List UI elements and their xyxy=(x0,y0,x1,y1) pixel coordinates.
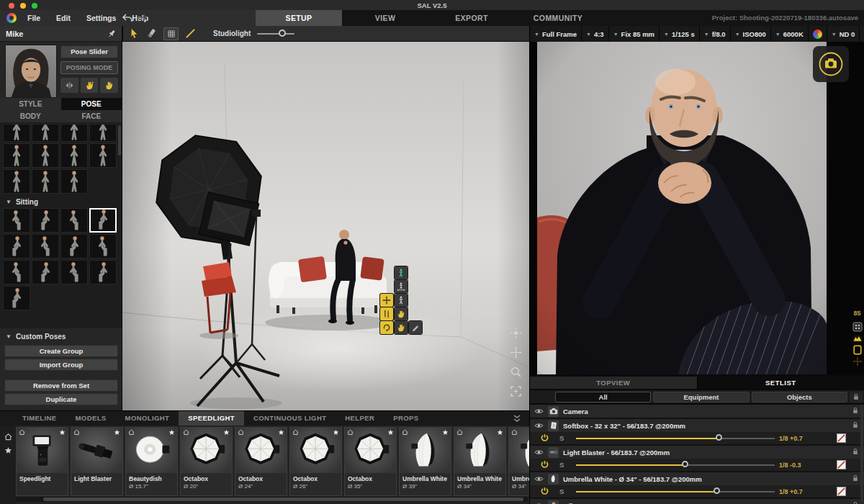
power-slider-knob[interactable] xyxy=(682,461,688,467)
tab-community[interactable]: COMMUNITY xyxy=(515,10,601,26)
star-icon[interactable] xyxy=(59,429,66,436)
tab-helper[interactable]: HELPER xyxy=(336,411,384,426)
lock-icon[interactable] xyxy=(852,474,860,483)
custom-poses-header[interactable]: ▼ Custom Poses xyxy=(0,330,122,343)
pose-thumbnail[interactable] xyxy=(32,234,59,258)
pose-thumbnail[interactable] xyxy=(89,234,117,258)
equipment-card-octabox[interactable]: OctaboxØ 26" xyxy=(289,427,342,496)
camera-setting-iso800[interactable]: ▼ISO800 xyxy=(731,26,771,42)
star-icon[interactable] xyxy=(387,429,394,436)
pose-thumbnail[interactable] xyxy=(3,286,30,310)
home-icon[interactable] xyxy=(292,429,299,436)
home-icon[interactable] xyxy=(511,429,518,436)
tab-monolight[interactable]: MONOLIGHT xyxy=(116,411,179,426)
model-avatar[interactable] xyxy=(5,45,57,98)
home-icon[interactable] xyxy=(19,429,25,436)
tab-view[interactable]: VIEW xyxy=(342,10,428,26)
camera-setting-6000k[interactable]: ▼6000K xyxy=(771,26,809,42)
home-icon[interactable] xyxy=(347,429,354,436)
menu-settings[interactable]: Settings xyxy=(78,10,124,26)
histogram-icon[interactable] xyxy=(852,333,863,343)
orbit-icon[interactable] xyxy=(510,327,522,339)
home-icon[interactable] xyxy=(128,429,135,436)
home-icon[interactable] xyxy=(238,429,244,436)
power-icon[interactable] xyxy=(540,460,549,469)
pose-thumbnail[interactable] xyxy=(3,260,30,284)
power-slider-knob[interactable] xyxy=(716,434,722,441)
posing-mode-button[interactable]: POSING MODE xyxy=(60,61,118,74)
equipment-scrollbar[interactable] xyxy=(16,497,528,502)
pose-thumbnail[interactable] xyxy=(32,260,59,284)
take-photo-button[interactable] xyxy=(813,46,849,82)
filter-equipment[interactable]: Equipment xyxy=(653,392,749,402)
equipment-card-octabox[interactable]: OctaboxØ 35" xyxy=(344,427,397,496)
duplicate-button[interactable]: Duplicate xyxy=(4,393,118,405)
figure-gizmo-icon[interactable] xyxy=(395,266,408,279)
studio-viewport[interactable] xyxy=(122,42,529,410)
pose-thumbnail[interactable] xyxy=(60,124,88,142)
sitting-section-header[interactable]: ▼ Sitting xyxy=(0,195,122,208)
filter-all[interactable]: All xyxy=(555,392,651,402)
camera-setting-4-3[interactable]: ▼4:3 xyxy=(582,26,609,42)
studiolight-slider-knob[interactable] xyxy=(279,30,286,37)
star-icon[interactable] xyxy=(4,446,12,454)
mirror-icon[interactable] xyxy=(60,78,78,93)
power-slider[interactable] xyxy=(576,438,775,439)
equipment-card-umbrella-white[interactable]: Umbrella WhiteØ 39" xyxy=(399,427,451,496)
remove-from-set-button[interactable]: Remove from Set xyxy=(4,379,118,392)
menu-file[interactable]: File xyxy=(19,10,48,26)
pose-thumbnail[interactable] xyxy=(89,143,117,168)
gel-filter-icon[interactable] xyxy=(837,460,846,469)
tab-style[interactable]: STYLE xyxy=(0,98,61,110)
import-group-button[interactable]: Import Group xyxy=(4,359,118,371)
eye-visibility-icon[interactable] xyxy=(534,476,544,482)
slave-mode-label[interactable]: S xyxy=(559,487,564,495)
eye-visibility-icon[interactable] xyxy=(534,423,544,429)
pose-thumbnail[interactable] xyxy=(3,124,30,142)
pose-thumbnail[interactable] xyxy=(3,143,30,168)
pan-icon[interactable] xyxy=(510,346,522,359)
power-slider-knob[interactable] xyxy=(714,487,720,494)
lock-icon[interactable] xyxy=(852,501,860,504)
camera-setting-full-frame[interactable]: ▼Full Frame xyxy=(530,26,582,42)
setlist-row[interactable]: Umbrella White - Ø 34" - 56/183.7 @200mm xyxy=(530,472,864,485)
collapse-panel-icon[interactable] xyxy=(513,414,521,423)
pose-thumbnail[interactable] xyxy=(60,143,88,168)
grid-tool-icon[interactable] xyxy=(163,27,179,40)
menu-edit[interactable]: Edit xyxy=(48,10,78,26)
eye-visibility-icon[interactable] xyxy=(534,408,544,415)
move-icon[interactable] xyxy=(852,356,863,366)
pose-thumbnail[interactable] xyxy=(89,260,117,284)
zoom-icon[interactable] xyxy=(510,366,522,378)
tab-speedlight[interactable]: SPEEDLIGHT xyxy=(179,411,244,426)
tab-body[interactable]: BODY xyxy=(0,110,61,122)
pose-thumbnail[interactable] xyxy=(3,169,30,194)
star-icon[interactable] xyxy=(168,429,175,436)
power-slider[interactable] xyxy=(576,491,775,492)
equipment-card-octabox[interactable]: OctaboxØ 20" xyxy=(180,427,233,496)
pose-thumbnail[interactable] xyxy=(60,234,88,258)
equipment-card-light-blaster[interactable]: Light Blaster xyxy=(71,427,123,496)
setlist-row[interactable]: Light Blaster - 56/183.7 @200mm xyxy=(530,446,864,459)
pose-thumbnail[interactable] xyxy=(32,124,59,142)
star-icon[interactable] xyxy=(223,429,230,436)
equipment-card-umbrella-white[interactable]: Umbrella WhiteØ 34" xyxy=(454,427,506,496)
figure-arrows-gizmo-icon[interactable] xyxy=(395,280,408,293)
power-slider[interactable] xyxy=(576,464,775,466)
camera-setting-fix-85-mm[interactable]: ▼Fix 85 mm xyxy=(609,26,660,42)
tab-setup[interactable]: SETUP xyxy=(256,10,342,26)
star-icon[interactable] xyxy=(497,429,503,436)
tab-export[interactable]: EXPORT xyxy=(428,10,515,26)
studiolight-slider[interactable] xyxy=(257,33,294,35)
setlist-row[interactable]: Camera xyxy=(530,405,864,418)
star-icon[interactable] xyxy=(114,429,120,436)
camera-setting-1-125-s[interactable]: ▼1/125 s xyxy=(660,26,700,42)
hand-gizmo-icon[interactable] xyxy=(395,307,408,320)
tab-continuous-light[interactable]: CONTINUOUS LIGHT xyxy=(244,411,336,426)
equipment-scrollbar-thumb[interactable] xyxy=(43,498,523,501)
setlist-scrollbar[interactable] xyxy=(860,405,863,503)
height-gizmo-icon[interactable] xyxy=(380,307,393,320)
pin-icon[interactable] xyxy=(107,29,117,39)
filter-objects[interactable]: Objects xyxy=(752,392,847,402)
equipment-card-octabox[interactable]: OctaboxØ 24" xyxy=(235,427,287,496)
